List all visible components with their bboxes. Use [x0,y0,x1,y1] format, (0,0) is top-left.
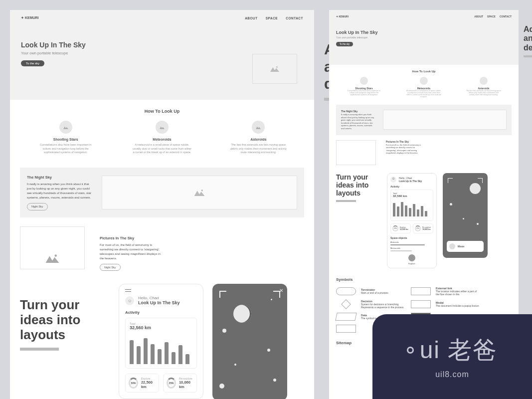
main-nav: ABOUT SPACE CONTACT [474,15,512,18]
howto-desc: Constellations also have been important … [36,143,96,155]
data-shape-icon [335,313,356,321]
activity-label: Activity [390,185,433,188]
ideas-section: Turn your ideas into layouts ☺ Hello, Ch… [20,284,304,399]
star-icon [222,329,226,333]
stat-value: 10,060 km [422,228,431,230]
symbols-title: Symbols [336,277,512,282]
phone-title: Look Up In The Sky [138,300,180,305]
howto-desc: The fact that asteroids are fast moving … [466,90,501,96]
progress-ring-icon: 25% [415,225,421,231]
star-icon [477,223,479,225]
nav-contact[interactable]: CONTACT [500,15,512,18]
svg-point-0 [276,66,278,68]
headline-ideas: Turn your ideas into layouts [20,298,110,351]
stat-value: 22,500 km [141,380,156,389]
asteroids-label: Asteroids [390,241,433,243]
progress-ring-icon: 50% [129,378,138,389]
watermark-logo: ui 老爸 [420,334,498,366]
mountain-icon [45,254,59,263]
night-desc: It really is amazing when you think abou… [341,113,376,130]
meteoroids-label: Meteoroids [390,247,433,249]
moon-info-card[interactable]: Moon [447,241,484,252]
howto-desc: A meteoroid is a small piece of space ru… [132,143,192,155]
phone-mockup-dark: ✕ [212,284,287,399]
hero-image-placeholder [252,54,297,84]
phone-mockup-light: ☺ Hello, ChadLook Up In The Sky Activity… [387,173,437,268]
howto-section: How To Look Up Shooting StarsConstellati… [329,65,519,101]
brand-logo: ✦ KEMURI [21,16,39,20]
activity-bar-chart [130,334,192,364]
stat-card-reexplore[interactable]: 25% Re-explore10,060 km [413,223,433,233]
pictures-title: Pictures In The Sky [100,235,165,241]
pictures-section: Pictures In The Sky For most of us, the … [336,140,512,165]
artboard-left: ✦ KEMURI ABOUT SPACE CONTACT Look Up In … [10,10,314,399]
hamburger-icon[interactable] [125,289,131,292]
ideas-section: Turn your ideas into layouts ☺ Hello, Ch… [336,173,512,268]
progress-ring-icon: 25% [167,378,176,389]
headline-adaptable: Adaptable to any kind of design [524,25,532,57]
headline-ideas: Turn your ideas into layouts [336,173,381,268]
nav-contact[interactable]: CONTACT [286,16,303,20]
moon-icon [233,305,251,323]
avatar-icon: ☺ [125,296,134,305]
activity-label: Activity [125,310,197,315]
howto-col-shooting-stars: Shooting StarsConstellations also have b… [347,77,381,98]
nav-about[interactable]: ABOUT [474,15,483,18]
image-placeholder-icon [252,121,265,134]
night-title: The Night Sky [341,110,376,113]
howto-label: Asteroids [228,138,288,141]
howto-desc: Constellations also have been important … [347,90,381,96]
symbol-desc: System for decisions or branching. Repre… [361,303,404,309]
night-desc: It really is amazing when you think abou… [27,182,92,200]
hero-cta-button[interactable]: To the sky [21,60,44,66]
moon-icon [470,183,481,194]
hero-cta-button[interactable]: To the sky [336,42,353,46]
phone-mockup-light: ☺ Hello, Chad Look Up In The Sky Activit… [119,284,203,399]
star-icon [234,364,236,366]
night-sky-button[interactable]: Night Sky [27,203,48,210]
process-shape-icon [336,325,356,333]
nav-about[interactable]: ABOUT [245,16,258,20]
modal-shape-icon [411,300,431,308]
mountain-icon [270,66,279,72]
explore-button-icon[interactable] [408,254,415,261]
stat-value: 22,500 km [400,228,408,230]
star-icon [271,299,272,300]
viewfinder-corner [273,291,280,298]
greeting-text: Hello, Chad [138,296,159,300]
howto-col-asteroids: AsteroidsThe fact that asteroids are fas… [466,77,501,98]
terminator-shape-icon [336,287,356,295]
nav-space[interactable]: SPACE [487,15,496,18]
pictures-image-placeholder [20,226,85,269]
viewfinder-corner [478,178,483,183]
activity-bar-chart [393,200,431,216]
stat-card-explore[interactable]: 50% Explore22,500 km [125,374,159,393]
pictures-section: Pictures In The Sky For most of us, the … [20,226,304,271]
howto-title: How To Look Up [20,109,304,114]
symbol-desc: The document includes a popup button [436,304,479,307]
night-title: The Night Sky [27,175,92,180]
howto-label: Shooting Stars [36,138,96,141]
star-icon [463,218,464,219]
pictures-desc: For most of us, the field of astronomy i… [386,144,426,155]
night-image-placeholder [102,176,297,209]
total-value: 32,560 km [393,195,431,198]
hero-subtitle: Your own portable telescope [336,36,512,39]
main-nav: ABOUT SPACE CONTACT [245,16,303,20]
howto-title: How To Look Up [334,70,514,73]
stat-card-reexplore[interactable]: 25% Re-explore10,060 km [163,374,197,393]
svg-point-2 [55,254,57,257]
howto-section: How To Look Up Shooting Stars Constellat… [10,100,314,161]
watermark-badge: ui 老爸 uil8.com [372,314,532,399]
moon-label: Moon [458,245,464,248]
nav-space[interactable]: SPACE [266,16,278,20]
symbol-desc: The location indicates either a part of … [436,290,477,296]
image-placeholder-icon [59,121,72,134]
star-icon [450,203,452,205]
activity-chart-card: Total 32,560 km [125,318,197,369]
stat-value: 10,060 km [179,380,193,389]
pictures-button[interactable]: Night Sky [100,264,121,271]
stat-card-explore[interactable]: 50% Explore22,500 km [390,223,411,233]
night-image-placeholder [383,110,507,130]
symbol-desc: Start or end of a process [361,291,388,294]
